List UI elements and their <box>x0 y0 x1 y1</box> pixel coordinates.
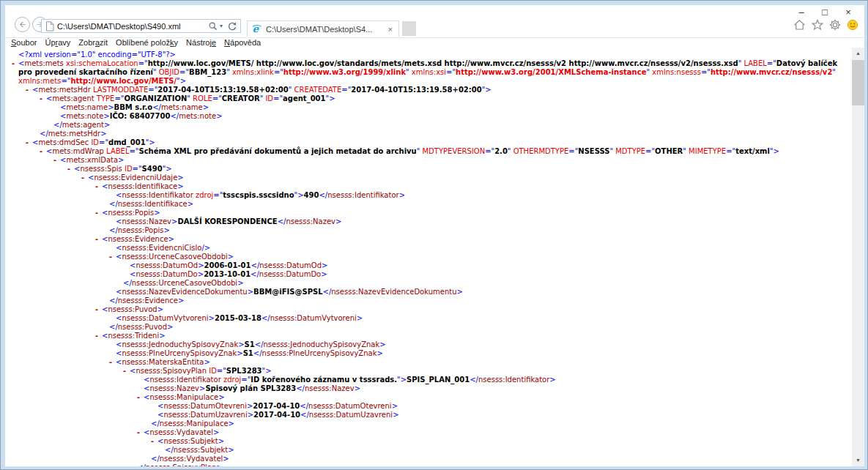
xml-line: -<nsesss:Manipulace> <box>136 393 852 402</box>
collapse-marker[interactable]: - <box>108 358 116 367</box>
collapse-marker[interactable]: - <box>136 428 144 437</box>
xml-line: <nsesss:Nazev>Spisový plán SPL3283</nses… <box>136 384 852 393</box>
xml-line: -<nsesss:Spis ID="S490"> <box>67 165 852 174</box>
xml-line: <mets:note>IČO: 68407700</mets:note> <box>53 112 852 121</box>
xml-closing-tag: </nsesss:Manipulace> <box>136 419 852 428</box>
collapse-marker[interactable]: - <box>39 147 46 156</box>
xml-line: -<mets:xmlData> <box>53 156 852 165</box>
xml-element: <nsesss:DatumOtevreni>2017-04-10</nsesss… <box>150 402 852 411</box>
search-icon[interactable] <box>208 21 218 31</box>
ie-logo-icon: e <box>251 23 262 34</box>
collapse-marker[interactable]: - <box>25 138 32 147</box>
xml-element: <nsesss:DatumDo>2013-10-01</nsesss:Datum… <box>122 270 852 279</box>
xml-element: <mets:name>BBM s.r.o</mets:name> <box>53 103 852 112</box>
xml-line: -<mets:metsHdr LASTMODDATE="2017-04-10T1… <box>25 86 852 94</box>
xml-closing-tag: </nsesss:Puvod> <box>94 323 852 332</box>
collapse-marker[interactable]: - <box>150 437 157 446</box>
menu-bar: Soubor Úpravy Zobrazit Oblíbené položky … <box>5 38 864 48</box>
page-icon <box>45 21 54 31</box>
back-button[interactable] <box>15 17 30 32</box>
xml-closing-tag: </nsesss:Vydavatel> <box>136 455 852 463</box>
xml-line: -<nsesss:UrceneCasoveObdobi> <box>108 253 852 261</box>
menu-item-napoveda[interactable]: Nápověda <box>224 38 261 48</box>
xml-line: -<nsesss:SpisovyPlan ID="SPL3283"> <box>122 367 852 376</box>
xml-element: <nsesss:EvidencniCislo/> <box>108 244 852 253</box>
scrollbar-thumb[interactable] <box>852 60 864 105</box>
xml-element: <nsesss:Nazev>DALŠÍ KORESPONDENCE</nsess… <box>108 217 852 226</box>
xml-element: -<nsesss:Manipulace><nsesss:DatumOtevren… <box>136 393 852 428</box>
feedback-smiley-icon[interactable] <box>847 19 858 31</box>
xml-line: -<nsesss:EvidencniUdaje> <box>81 174 852 182</box>
xml-element: -<nsesss:Puvod><nsesss:DatumVytvoreni>20… <box>94 305 852 332</box>
xml-line: <nsesss:DatumOd>2006-01-01</nsesss:Datum… <box>122 261 852 270</box>
collapse-marker[interactable]: - <box>94 182 102 191</box>
xml-closing-tag: </mets:metsHdr> <box>25 130 852 138</box>
xml-element: <nsesss:Nazev>Spisový plán SPL3283</nses… <box>136 384 852 393</box>
xml-element: <nsesss:PlneUrcenySpisovyZnak>S1</nsesss… <box>108 349 852 358</box>
scroll-down-arrow-icon[interactable]: ▼ <box>852 455 864 466</box>
collapse-marker[interactable]: - <box>94 332 102 340</box>
menu-item-zobrazit[interactable]: Zobrazit <box>78 38 108 48</box>
xml-line: <nsesss:Identifikator zdroj="ID kořenové… <box>136 376 852 384</box>
xml-line: <nsesss:DatumUzavreni>2017-04-10</nsesss… <box>150 411 852 419</box>
home-icon[interactable] <box>793 19 806 31</box>
address-tools: ▾ <box>208 21 240 31</box>
collapse-marker[interactable]: - <box>108 253 116 261</box>
xml-element: -<nsesss:Popis><nsesss:Nazev>DALŠÍ KORES… <box>94 209 852 235</box>
xml-closing-tag: </mets:agent> <box>39 121 852 130</box>
collapse-marker[interactable]: - <box>81 174 88 182</box>
vertical-scrollbar[interactable]: ▲ ▼ <box>852 48 864 466</box>
collapse-marker[interactable]: - <box>136 393 144 402</box>
xml-closing-tag: </nsesss:Evidence> <box>94 296 852 305</box>
xml-element: <nsesss:NazevEvidenceDokumentu>BBM@iFIS@… <box>108 288 852 296</box>
xml-element: -<nsesss:Trideni><nsesss:JednoduchySpiso… <box>94 332 852 466</box>
collapse-marker[interactable]: - <box>94 235 102 244</box>
search-dropdown-icon[interactable]: ▾ <box>220 23 223 29</box>
menu-item-nastroje[interactable]: Nástroje <box>186 38 216 48</box>
xml-element: -<nsesss:SpisovyPlan ID="SPL3283"><nsess… <box>122 367 852 466</box>
collapse-marker[interactable]: - <box>67 165 74 174</box>
xml-closing-tag: </nsesss:SpisovyPlan> <box>122 463 852 466</box>
xml-element: -<nsesss:Identifikace><nsesss:Identifika… <box>94 182 852 209</box>
new-tab-button[interactable] <box>402 21 416 36</box>
xml-line: <nsesss:DatumOtevreni>2017-04-10</nsesss… <box>150 402 852 411</box>
tab-title: C:\Users\DMAT\Desktop\S4... <box>266 25 386 34</box>
xml-element: -<nsesss:Vydavatel>-<nsesss:Subjekt></ns… <box>136 428 852 463</box>
xml-element: -<nsesss:Evidence><nsesss:EvidencniCislo… <box>94 235 852 305</box>
refresh-icon[interactable] <box>227 21 237 31</box>
xml-prolog: <?xml version="1.0" encoding="UTF-8"?> <box>11 51 852 59</box>
collapse-marker[interactable]: - <box>94 305 102 314</box>
collapse-marker[interactable]: - <box>53 156 60 165</box>
xml-line: <nsesss:Nazev>DALŠÍ KORESPONDENCE</nsess… <box>108 217 852 226</box>
address-bar: ▾ <box>41 19 241 33</box>
menu-item-oblibene-polozky[interactable]: Oblíbené položky <box>116 38 178 48</box>
xml-line: -<mets:mets xsi:schemaLocation="http://w… <box>11 59 852 86</box>
collapse-marker[interactable]: - <box>122 367 130 376</box>
xml-line: -<nsesss:Trideni> <box>94 332 852 340</box>
collapse-marker[interactable]: - <box>11 59 18 68</box>
xml-element: -<mets:agent TYPE="ORGANIZATION" ROLE="C… <box>39 94 852 130</box>
collapse-marker[interactable]: - <box>25 86 32 94</box>
xml-element: <mets:note>IČO: 68407700</mets:note> <box>53 112 852 121</box>
url-input[interactable] <box>57 22 208 31</box>
settings-gear-icon[interactable] <box>829 19 841 31</box>
xml-line: -<nsesss:MaterskaEntita> <box>108 358 852 367</box>
menu-item-soubor[interactable]: Soubor <box>11 38 37 48</box>
browser-tab[interactable]: e C:\Users\DMAT\Desktop\S4... × <box>247 20 399 37</box>
xml-line: <nsesss:Identifikator zdroj="tsscspis.ss… <box>108 191 852 200</box>
menu-item-upravy[interactable]: Úpravy <box>45 38 70 48</box>
collapse-marker[interactable]: - <box>94 209 102 217</box>
browser-window: – □ × ▾ <box>5 5 864 466</box>
xml-line: <nsesss:JednoduchySpisovyZnak>S1</nsesss… <box>108 340 852 349</box>
xml-line: -<mets:mdWrap LABEL="Schéma XML pro před… <box>39 147 852 156</box>
xml-line: <nsesss:DatumVytvoreni>2015-03-18</nsess… <box>108 314 852 323</box>
xml-element: -<nsesss:EvidencniUdaje>-<nsesss:Identif… <box>81 174 852 466</box>
scroll-up-arrow-icon[interactable]: ▲ <box>852 48 864 59</box>
xml-element: <nsesss:DatumUzavreni>2017-04-10</nsesss… <box>150 411 852 419</box>
favorites-star-icon[interactable] <box>812 19 823 31</box>
xml-line: -<mets:dmdSec ID="dmd_001"> <box>25 138 852 147</box>
xml-element: -<nsesss:MaterskaEntita>-<nsesss:Spisovy… <box>108 358 852 466</box>
tab-close-icon[interactable]: × <box>386 25 395 34</box>
xml-element: <nsesss:DatumVytvoreni>2015-03-18</nsess… <box>108 314 852 323</box>
collapse-marker[interactable]: - <box>39 94 46 103</box>
